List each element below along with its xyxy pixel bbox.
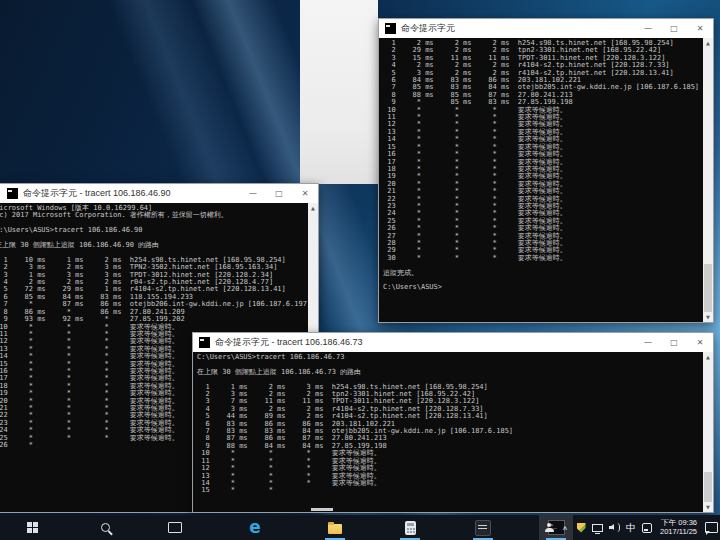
minimize-button[interactable]: — (635, 19, 661, 38)
taskbar-clock[interactable]: 下午 09:36 2017/11/25 (658, 515, 699, 540)
titlebar[interactable]: 命令提示字元 - tracert 106.186.46.90 — □ ✕ (0, 184, 318, 203)
titlebar[interactable]: 命令提示字元 — □ ✕ (379, 19, 713, 38)
search-button[interactable] (88, 515, 122, 540)
console-area[interactable]: C:\Users\ASUS>tracert 106.186.46.73 在上限 … (193, 352, 713, 512)
edge-icon: e (249, 519, 261, 536)
clock-date: 2017/11/25 (660, 528, 697, 537)
cmd-window-bottom[interactable]: 命令提示字元 - tracert 106.186.46.73 — □ ✕ C:\… (192, 332, 714, 513)
scroll-down-arrow[interactable]: ▼ (703, 312, 713, 322)
titlebar[interactable]: 命令提示字元 - tracert 106.186.46.73 — □ ✕ (193, 333, 713, 352)
console-area[interactable]: 1 2 ms 2 ms 2 ms h254.s98.ts.hinet.net [… (379, 38, 713, 322)
folder-icon (328, 524, 342, 534)
desktop: 命令提示字元 — □ ✕ 1 2 ms 2 ms 2 ms h254.s98.t… (0, 0, 720, 540)
command-prompt-icon (385, 23, 396, 34)
action-center-icon (705, 522, 718, 533)
action-center-button[interactable] (705, 515, 718, 540)
tray-expand-button[interactable]: ∧ (560, 515, 570, 540)
scroll-up-arrow[interactable]: ▲ (703, 38, 713, 48)
start-button[interactable] (16, 515, 50, 540)
close-button[interactable]: ✕ (687, 333, 713, 352)
command-prompt-icon (199, 337, 210, 348)
volume-icon (609, 523, 620, 532)
people-button[interactable] (544, 515, 554, 540)
volume-tray-button[interactable] (609, 515, 620, 540)
close-button[interactable]: ✕ (292, 184, 318, 203)
vertical-scrollbar[interactable]: ▲ ▼ (703, 38, 713, 322)
minimize-button[interactable]: — (240, 184, 266, 203)
calculator-icon (405, 521, 416, 535)
task-view-icon (168, 522, 182, 533)
app-window-icon (475, 520, 491, 536)
task-view-button[interactable] (158, 515, 192, 540)
close-button[interactable]: ✕ (687, 19, 713, 38)
console-output[interactable]: 1 2 ms 2 ms 2 ms h254.s98.ts.hinet.net [… (379, 38, 713, 292)
calculator-button[interactable] (393, 515, 427, 540)
scroll-up-arrow[interactable]: ▲ (703, 352, 713, 362)
scroll-up-arrow[interactable]: ▲ (308, 203, 318, 213)
maximize-button[interactable]: □ (266, 184, 292, 203)
defender-shield-icon (577, 523, 586, 533)
scroll-thumb[interactable] (704, 472, 712, 502)
system-tray: ∧ 中 下午 09:36 2017/11/25 (544, 515, 718, 540)
vertical-scrollbar[interactable]: ▲ ▼ (703, 352, 713, 512)
network-icon (592, 524, 603, 532)
console-output[interactable]: C:\Users\ASUS>tracert 106.186.46.73 在上限 … (193, 352, 713, 495)
ime-mode-icon (642, 523, 652, 533)
window-title: 命令提示字元 - tracert 106.186.46.90 (23, 187, 240, 200)
maximize-button[interactable]: □ (661, 19, 687, 38)
scroll-thumb[interactable] (704, 264, 712, 312)
ime-language-button[interactable]: 中 (626, 515, 636, 540)
scroll-down-arrow[interactable]: ▼ (703, 502, 713, 512)
background-window[interactable] (300, 0, 378, 184)
ime-language-indicator: 中 (626, 523, 636, 533)
people-icon (545, 523, 554, 532)
edge-button[interactable]: e (238, 515, 272, 540)
file-explorer-button[interactable] (318, 515, 352, 540)
taskbar: e ∧ (0, 515, 720, 540)
window-title: 命令提示字元 (401, 22, 635, 35)
ime-mode-button[interactable] (642, 515, 652, 540)
search-icon (101, 523, 110, 532)
minimize-button[interactable]: — (635, 333, 661, 352)
horizontal-scroll-thumb[interactable] (311, 508, 333, 511)
chevron-up-icon: ∧ (562, 525, 568, 531)
cmd-window-top-right[interactable]: 命令提示字元 — □ ✕ 1 2 ms 2 ms 2 ms h254.s98.t… (378, 18, 714, 323)
command-prompt-icon (7, 188, 18, 199)
app-button[interactable] (466, 515, 500, 540)
defender-tray-button[interactable] (576, 515, 586, 540)
window-title: 命令提示字元 - tracert 106.186.46.73 (215, 336, 635, 349)
windows-logo-icon (27, 522, 39, 534)
maximize-button[interactable]: □ (661, 333, 687, 352)
network-tray-button[interactable] (592, 515, 603, 540)
